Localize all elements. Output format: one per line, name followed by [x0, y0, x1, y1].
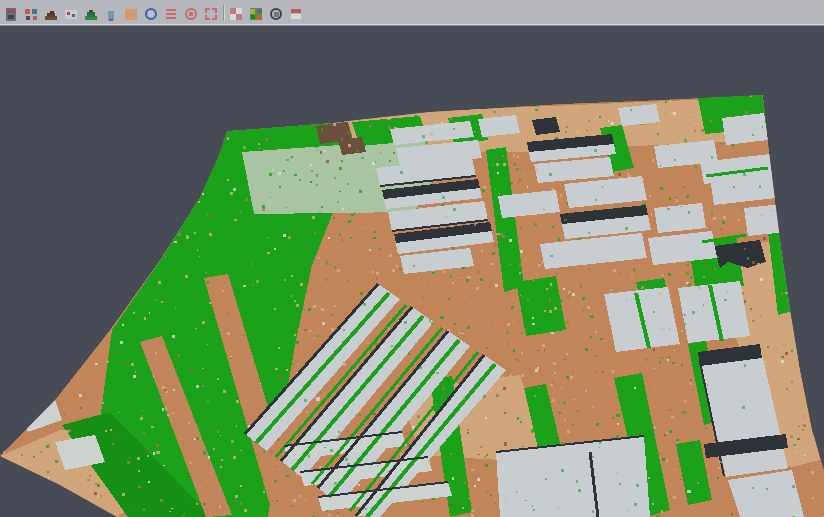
table-red-icon[interactable]	[287, 3, 305, 23]
vegetation-green-icon-glyph	[83, 6, 99, 22]
toolbar	[0, 0, 824, 26]
ground-orange-icon[interactable]	[122, 3, 140, 23]
scene-svg[interactable]	[0, 27, 824, 517]
align-points-icon[interactable]	[22, 3, 40, 23]
vegetation-green-icon[interactable]	[82, 3, 100, 23]
wheel-red-icon[interactable]	[182, 3, 200, 23]
layers-red-icon-glyph	[163, 6, 179, 22]
points-gray-icon-glyph	[63, 6, 79, 22]
grid-checker-icon[interactable]	[227, 3, 245, 23]
toolbar-separator	[223, 5, 224, 21]
column-blue-icon-glyph	[103, 6, 119, 22]
sphere-dark-icon[interactable]	[267, 3, 285, 23]
circle-blue-icon-glyph	[143, 6, 159, 22]
toolbar-icons	[2, 3, 307, 23]
align-points-icon-glyph	[23, 6, 39, 22]
sphere-dark-icon-glyph	[268, 6, 284, 22]
layers-red-icon[interactable]	[162, 3, 180, 23]
classification-map-icon-glyph	[248, 6, 264, 22]
3d-viewport[interactable]	[0, 27, 824, 517]
ground-orange-icon-glyph	[123, 6, 139, 22]
classification-map-icon[interactable]	[247, 3, 265, 23]
point-cloud-model	[0, 94, 824, 517]
grid-checker-icon-glyph	[228, 6, 244, 22]
crop-red-icon-glyph	[203, 6, 219, 22]
table-red-icon-glyph	[288, 6, 304, 22]
terrain-brown-icon-glyph	[43, 6, 59, 22]
folder-tool-icon-glyph	[3, 6, 19, 22]
terrain-brown-icon[interactable]	[42, 3, 60, 23]
wheel-red-icon-glyph	[183, 6, 199, 22]
crop-red-icon[interactable]	[202, 3, 220, 23]
points-gray-icon[interactable]	[62, 3, 80, 23]
folder-tool-icon[interactable]	[2, 3, 20, 23]
circle-blue-icon[interactable]	[142, 3, 160, 23]
column-blue-icon[interactable]	[102, 3, 120, 23]
